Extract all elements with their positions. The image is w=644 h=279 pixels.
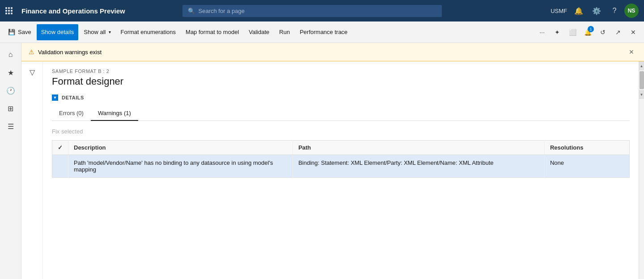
validate-button[interactable]: Validate [244,24,274,40]
run-label: Run [279,29,290,35]
details-header: ▼ DETAILS [52,94,630,101]
notification-badge: 1 [588,26,594,32]
col-check: ✓ [52,141,68,155]
row-path: Binding: Statement: XML Element/Party: X… [293,155,545,178]
more-options-button[interactable]: ··· [535,25,549,39]
map-format-button[interactable]: Map format to model [181,24,243,40]
warning-banner: ⚠ Validation warnings exist ✕ [21,43,644,61]
magic-wand-button[interactable]: ✦ [550,25,564,39]
toolbar: 💾 Save Show details Show all ▾ Format en… [0,21,644,43]
warnings-table: ✓ Description Path Resolutions Path 'mod… [52,140,630,178]
performance-trace-label: Performance trace [300,29,347,35]
sidebar-favorites-icon[interactable]: ★ [3,64,19,81]
table-body: Path 'model/Vendor/Name' has no binding … [52,155,630,178]
refresh-button[interactable]: ↺ [596,25,610,39]
avatar[interactable]: NS [624,4,639,18]
sidebar-recent-icon[interactable]: 🕐 [3,82,19,99]
col-path-header: Path [293,141,545,155]
details-label: DETAILS [62,95,84,100]
tab-errors-label: Errors (0) [59,110,84,116]
env-label: USMF [551,8,567,14]
tab-warnings[interactable]: Warnings (1) [91,106,138,121]
page-content: ▽ SAMPLE FORMAT B : 2 Format designer ▼ … [21,61,644,279]
format-enumerations-button[interactable]: Format enumerations [116,24,181,40]
show-all-label: Show all [84,29,106,35]
tab-warnings-label: Warnings (1) [98,110,131,116]
toolbar-right: ··· ✦ ⬜ 🔔 1 ↺ ↗ ✕ [535,25,640,39]
close-button[interactable]: ✕ [626,25,640,39]
sidebar-home-icon[interactable]: ⌂ [3,47,19,63]
save-icon: 💾 [8,29,15,35]
show-all-dropdown-icon: ▾ [109,30,111,34]
performance-trace-button[interactable]: Performance trace [295,24,352,40]
warning-message: Validation warnings exist [38,49,102,56]
tab-errors[interactable]: Errors (0) [52,106,91,121]
app-grid-icon[interactable] [5,7,13,14]
row-resolutions: None [544,155,629,178]
scroll-thumb[interactable] [640,71,644,89]
main-content: SAMPLE FORMAT B : 2 Format designer ▼ DE… [43,61,639,279]
open-new-button[interactable]: ↗ [611,25,625,39]
expand-button[interactable]: ⬜ [565,25,580,39]
top-nav-right: USMF 🔔 ⚙️ ? NS [551,3,639,19]
row-description: Path 'model/Vendor/Name' has no binding … [68,155,293,178]
table-header: ✓ Description Path Resolutions [52,141,630,155]
row-check [52,155,68,178]
sidebar-workspaces-icon[interactable]: ⊞ [3,100,19,116]
scrollbar[interactable]: ▲ ▼ [639,61,644,279]
run-button[interactable]: Run [275,24,294,40]
show-details-label: Show details [41,29,74,35]
warning-close-button[interactable]: ✕ [626,47,637,57]
notifications-button[interactable]: 🔔 [571,3,587,19]
table-row[interactable]: Path 'model/Vendor/Name' has no binding … [52,155,630,178]
notifications-toolbar-button[interactable]: 🔔 1 [580,25,595,39]
save-button[interactable]: 💾 Save [4,24,36,40]
details-toggle-button[interactable]: ▼ [52,94,58,101]
col-description-header: Description [68,141,293,155]
sidebar-list-icon[interactable]: ☰ [3,118,19,134]
settings-button[interactable]: ⚙️ [589,3,605,19]
page-title: Format designer [52,76,630,87]
breadcrumb: SAMPLE FORMAT B : 2 [52,69,630,74]
show-all-button[interactable]: Show all ▾ [79,24,115,40]
app-title: Finance and Operations Preview [21,7,125,15]
search-icon: 🔍 [188,8,195,14]
tabs: Errors (0) Warnings (1) [52,106,630,121]
content-area: ⚠ Validation warnings exist ✕ ▽ SAMPLE F… [21,43,644,279]
top-nav: Finance and Operations Preview 🔍 USMF 🔔 … [0,0,644,21]
check-icon: ✓ [58,144,63,151]
warning-icon: ⚠ [29,48,34,56]
scroll-up-button[interactable]: ▲ [639,61,644,70]
save-label: Save [18,29,31,35]
fix-selected-label: Fix selected [52,128,630,135]
scroll-down-button[interactable]: ▼ [639,90,644,99]
filter-icon[interactable]: ▽ [25,65,39,79]
format-enumerations-label: Format enumerations [121,29,176,35]
search-input[interactable] [199,8,436,14]
filter-sidebar: ▽ [21,61,43,279]
show-details-button[interactable]: Show details [37,24,79,40]
map-format-label: Map format to model [186,29,239,35]
search-bar[interactable]: 🔍 [182,5,442,17]
validate-label: Validate [249,29,269,35]
help-button[interactable]: ? [606,3,623,19]
col-resolutions-header: Resolutions [544,141,629,155]
main-layout: ⌂ ★ 🕐 ⊞ ☰ ⚠ Validation warnings exist ✕ … [0,43,644,279]
left-sidebar: ⌂ ★ 🕐 ⊞ ☰ [0,43,21,279]
